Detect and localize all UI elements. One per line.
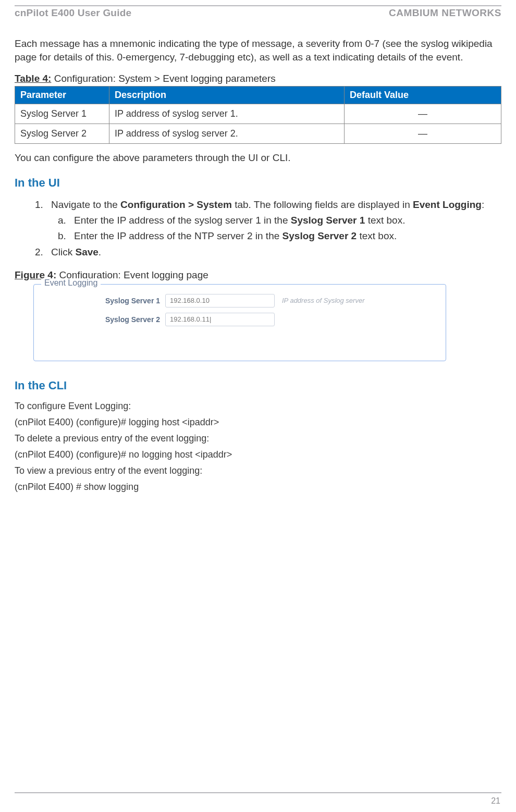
table-caption-prefix: Table 4: bbox=[15, 73, 51, 84]
table-caption: Table 4: Configuration: System > Event l… bbox=[15, 73, 501, 84]
in-the-ui-heading: In the UI bbox=[15, 176, 501, 190]
table-row: Syslog Server 1 IP address of syslog ser… bbox=[15, 104, 501, 124]
after-table-paragraph: You can configure the above parameters t… bbox=[15, 152, 501, 164]
col-param: Parameter bbox=[15, 87, 109, 104]
table-row: Syslog Server 2 IP address of syslog ser… bbox=[15, 124, 501, 144]
substeps-list: Enter the IP address of the syslog serve… bbox=[51, 214, 501, 242]
col-def: Default Value bbox=[345, 87, 501, 104]
table-header-row: Parameter Description Default Value bbox=[15, 87, 501, 104]
syslog-server-2-input[interactable]: 192.168.0.11| bbox=[165, 313, 275, 326]
cell-def: — bbox=[345, 104, 501, 124]
step-2: Click Save. bbox=[46, 245, 501, 259]
page-number: 21 bbox=[491, 796, 500, 806]
header-left: cnPilot E400 User Guide bbox=[15, 7, 131, 19]
cell-def: — bbox=[345, 124, 501, 144]
syslog-server-2-row: Syslog Server 2 192.168.0.11| bbox=[92, 313, 446, 326]
table-caption-rest: Configuration: System > Event logging pa… bbox=[51, 73, 275, 84]
step-1: Navigate to the Configuration > System t… bbox=[46, 198, 501, 242]
syslog-server-1-label: Syslog Server 1 bbox=[92, 297, 160, 305]
cell-param: Syslog Server 1 bbox=[15, 104, 109, 124]
fieldset-legend: Event Logging bbox=[41, 278, 101, 288]
document-page: cnPilot E400 User Guide CAMBIUM NETWORKS… bbox=[0, 0, 516, 812]
in-the-cli-heading: In the CLI bbox=[15, 379, 501, 392]
syslog-server-1-row: Syslog Server 1 192.168.0.10 IP address … bbox=[92, 294, 446, 307]
cell-param: Syslog Server 2 bbox=[15, 124, 109, 144]
cell-desc: IP address of syslog server 1. bbox=[109, 104, 345, 124]
col-desc: Description bbox=[109, 87, 345, 104]
steps-list: Navigate to the Configuration > System t… bbox=[15, 198, 501, 259]
intro-paragraph: Each message has a mnemonic indicating t… bbox=[15, 37, 501, 64]
syslog-server-1-input[interactable]: 192.168.0.10 bbox=[165, 294, 275, 307]
syslog-server-hint: IP address of Syslog server bbox=[282, 297, 364, 304]
step-1a: Enter the IP address of the syslog serve… bbox=[69, 214, 501, 227]
cli-block: To configure Event Logging: (cnPilot E40… bbox=[15, 401, 501, 493]
cli-line: (cnPilot E400) (configure)# no logging h… bbox=[15, 449, 501, 460]
cli-line: To delete a previous entry of the event … bbox=[15, 433, 501, 444]
header-right: CAMBIUM NETWORKS bbox=[389, 7, 501, 19]
cli-line: (cnPilot E400) (configure)# logging host… bbox=[15, 417, 501, 428]
cli-line: (cnPilot E400) # show logging bbox=[15, 482, 501, 493]
step-1b: Enter the IP address of the NTP server 2… bbox=[69, 229, 501, 243]
cell-desc: IP address of syslog server 2. bbox=[109, 124, 345, 144]
cli-line: To configure Event Logging: bbox=[15, 401, 501, 412]
footer-rule bbox=[15, 792, 501, 793]
header-bar: cnPilot E400 User Guide CAMBIUM NETWORKS bbox=[15, 5, 501, 19]
syslog-server-2-label: Syslog Server 2 bbox=[92, 315, 160, 324]
cli-line: To view a previous entry of the event lo… bbox=[15, 465, 501, 476]
event-logging-screenshot: Event Logging Syslog Server 1 192.168.0.… bbox=[33, 284, 446, 361]
parameters-table: Parameter Description Default Value Sysl… bbox=[15, 86, 501, 144]
